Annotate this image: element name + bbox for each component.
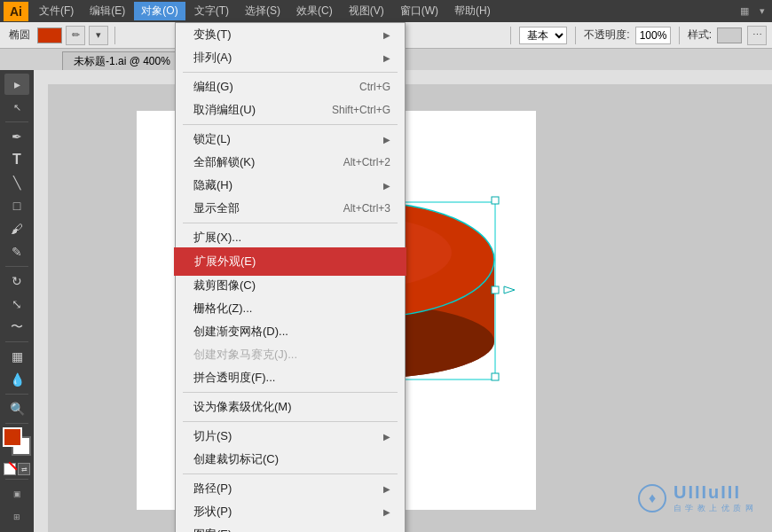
menu-window[interactable]: 窗口(W) — [393, 2, 445, 20]
tool-separator3 — [5, 341, 28, 342]
menu-effect[interactable]: 效果(C) — [289, 2, 340, 20]
gradient-tool[interactable]: ▦ — [4, 346, 29, 367]
tool-separator4 — [5, 394, 28, 395]
menu-transform[interactable]: 变换(T) ▶ — [176, 23, 405, 46]
menu-expand[interactable]: 扩展(X)... — [176, 226, 405, 249]
select-tool[interactable]: ▸ — [4, 74, 29, 95]
color-swatches — [3, 427, 31, 459]
ruler-left — [34, 84, 48, 532]
menu-help[interactable]: 帮助(H) — [447, 2, 498, 20]
shape-label: 椭圆 — [5, 27, 34, 43]
watermark: ♦ UIIIuIII 自 学 教 上 优 质 网 — [638, 482, 754, 514]
menu-flatten-transparency[interactable]: 拼合透明度(F)... — [176, 366, 405, 389]
none-swatch[interactable] — [4, 463, 16, 475]
toolbar-right: 基本 不透明度: 样式: ⋯ — [508, 26, 767, 45]
tab-label: 未标题-1.ai @ 400% — [74, 54, 170, 69]
menu-ungroup[interactable]: 取消编组(U) Shift+Ctrl+G — [176, 98, 405, 121]
menu-sep3 — [183, 223, 398, 223]
menu-select[interactable]: 选择(S) — [238, 2, 288, 20]
menu-rasterize[interactable]: 栅格化(Z)... — [176, 297, 405, 320]
menu-object[interactable]: 对象(O) — [134, 2, 185, 20]
symbol-screen-btn[interactable]: ▣ — [4, 483, 29, 505]
svg-rect-13 — [492, 286, 499, 293]
menu-edit[interactable]: 编辑(E) — [83, 2, 132, 20]
fill-swatch[interactable] — [37, 27, 62, 43]
menu-file[interactable]: 文件(F) — [32, 2, 81, 20]
menu-view[interactable]: 视图(V) — [342, 2, 391, 20]
menu-sep2 — [183, 124, 398, 125]
menu-create-slice-mark[interactable]: 创建裁切标记(C) — [176, 448, 405, 471]
tool-separator5 — [5, 423, 28, 424]
svg-marker-18 — [504, 286, 515, 293]
rect-tool[interactable]: □ — [4, 195, 29, 216]
pencil-tool[interactable]: ✎ — [4, 241, 29, 262]
menubar: 文件(F) 编辑(E) 对象(O) 文字(T) 选择(S) 效果(C) 视图(V… — [32, 2, 737, 20]
grid-icon[interactable]: ▦ — [737, 4, 752, 18]
direct-select-tool[interactable]: ↖ — [4, 97, 29, 118]
tool-separator2 — [5, 266, 28, 267]
menu-expand-appearance[interactable]: 扩展外观(E) — [176, 249, 405, 274]
canvas-content[interactable]: ♦ UIIIuIII 自 学 教 上 优 质 网 — [48, 84, 772, 532]
ai-logo: Ai — [4, 2, 28, 21]
menu-arrange[interactable]: 排列(A) ▶ — [176, 46, 405, 69]
tool-separator6 — [5, 479, 28, 480]
ruler-left-svg — [34, 84, 48, 532]
menu-shape[interactable]: 形状(P) ▶ — [176, 500, 405, 523]
text-tool[interactable]: T — [4, 149, 29, 170]
svg-rect-1 — [34, 84, 48, 532]
menu-sep1 — [183, 72, 398, 73]
style-label: 样式: — [688, 27, 712, 43]
menu-lock[interactable]: 锁定(L) ▶ — [176, 128, 405, 151]
menu-path[interactable]: 路径(P) ▶ — [176, 477, 405, 500]
watermark-text: UIIIuIII — [674, 482, 754, 503]
watermark-sub: 自 学 教 上 优 质 网 — [674, 503, 754, 514]
menu-text[interactable]: 文字(T) — [187, 2, 236, 20]
title-bar-controls: ▦ ▾ — [737, 4, 768, 18]
zoom-tool[interactable]: 🔍 — [4, 398, 29, 419]
swap-icon[interactable]: ⇄ — [18, 463, 30, 475]
menu-pixel-perfect[interactable]: 设为像素级优化(M) — [176, 395, 405, 419]
style-btn[interactable]: ▾ — [89, 26, 108, 45]
eyedropper-tool[interactable]: 💧 — [4, 369, 29, 390]
rotate-tool[interactable]: ↻ — [4, 270, 29, 292]
swatch-icons: ⇄ — [4, 463, 30, 475]
scale-tool[interactable]: ⤡ — [4, 293, 29, 315]
object-dropdown-menu[interactable]: 变换(T) ▶ 排列(A) ▶ 编组(G) Ctrl+G 取消编组(U) Shi… — [175, 22, 406, 532]
menu-unlock-all[interactable]: 全部解锁(K) Alt+Ctrl+2 — [176, 151, 405, 174]
stroke-btn[interactable]: ✏ — [66, 26, 85, 45]
menu-sep4 — [183, 392, 398, 393]
tool-separator — [5, 121, 28, 122]
menu-slice[interactable]: 切片(S) ▶ — [176, 425, 405, 448]
opacity-label: 不透明度: — [584, 27, 629, 43]
separator4 — [679, 27, 680, 44]
menu-group[interactable]: 编组(G) Ctrl+G — [176, 75, 405, 98]
title-bar: Ai 文件(F) 编辑(E) 对象(O) 文字(T) 选择(S) 效果(C) 视… — [0, 0, 772, 22]
menu-sep5 — [183, 421, 398, 422]
more-options-btn[interactable]: ⋯ — [747, 26, 767, 45]
watermark-icon: ♦ — [638, 484, 666, 512]
svg-rect-11 — [492, 197, 499, 204]
separator3 — [575, 27, 576, 44]
art-board-btn[interactable]: ⊞ — [4, 506, 29, 528]
brush-tool[interactable]: 🖌 — [4, 218, 29, 239]
foreground-swatch[interactable] — [3, 427, 22, 447]
line-tool[interactable]: ╲ — [4, 172, 29, 193]
menu-hide[interactable]: 隐藏(H) ▶ — [176, 174, 405, 197]
style-swatch[interactable] — [717, 27, 742, 43]
menu-crop-image[interactable]: 裁剪图像(C) — [176, 274, 405, 297]
workspace-select[interactable]: 基本 — [519, 27, 567, 44]
opacity-input[interactable] — [635, 27, 671, 44]
svg-rect-16 — [492, 373, 499, 380]
pen-tool[interactable]: ✒ — [4, 126, 29, 147]
menu-pattern[interactable]: 图案(E) ▶ — [176, 523, 405, 532]
menu-sep6 — [183, 473, 398, 474]
left-toolbar: ▸ ↖ ✒ T ╲ □ 🖌 ✎ ↻ ⤡ 〜 ▦ 💧 🔍 ⇄ ▣ ⊞ — [0, 70, 34, 532]
separator — [114, 27, 115, 44]
separator2 — [510, 27, 511, 44]
warp-tool[interactable]: 〜 — [4, 317, 29, 338]
menu-create-gradient-mesh[interactable]: 创建渐变网格(D)... — [176, 320, 405, 343]
chevron-down-icon[interactable]: ▾ — [756, 4, 768, 18]
menu-create-mosaic: 创建对象马赛克(J)... — [176, 343, 405, 366]
menu-show-all[interactable]: 显示全部 Alt+Ctrl+3 — [176, 197, 405, 220]
